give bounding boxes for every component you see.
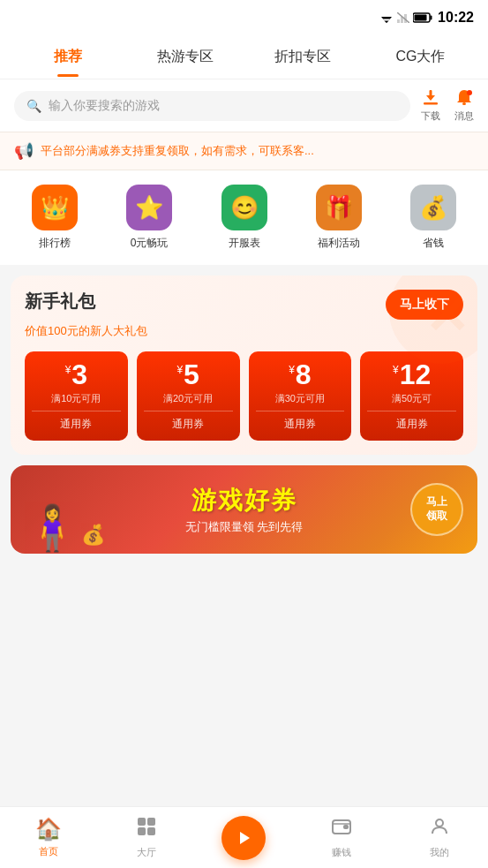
earn-label: 赚钱 (332, 846, 351, 859)
save-money-label: 省钱 (423, 236, 444, 251)
icon-welfare[interactable]: 🎁 福利活动 (291, 185, 386, 251)
svg-point-23 (436, 819, 443, 826)
search-placeholder: 输入你要搜索的游戏 (49, 98, 160, 114)
coupon-amount-4: ¥ 12 (393, 360, 431, 389)
gift-title: 新手礼包 (25, 290, 95, 313)
svg-point-14 (467, 90, 472, 95)
coupon-card-1[interactable]: ¥ 3 满10元可用 通用券 (25, 351, 128, 441)
coupon-amount-3: ¥ 8 (289, 360, 311, 389)
coupon-value-3: 8 (296, 360, 312, 389)
coupon-amount-1: ¥ 3 (65, 360, 87, 389)
coupon-card-2[interactable]: ¥ 5 满20元可用 通用券 (137, 351, 240, 441)
nav-earn[interactable]: 赚钱 (293, 809, 391, 866)
gift-section: ✕ 新手礼包 马上收下 价值100元的新人大礼包 ¥ 3 满10元可用 通用券 … (11, 275, 477, 455)
mine-icon (429, 816, 450, 842)
earn-icon (331, 816, 352, 842)
status-bar: 10:22 (0, 0, 488, 35)
nav-tabs: 推荐 热游专区 折扣专区 CG大作 (0, 35, 488, 79)
gift-claim-button[interactable]: 马上收下 (386, 290, 463, 320)
nav-play-center[interactable] (195, 816, 293, 860)
tab-hot[interactable]: 热游专区 (126, 37, 244, 77)
icon-leaderboard[interactable]: 👑 排行榜 (7, 185, 101, 251)
coupon-card-4[interactable]: ¥ 12 满50元可 通用券 (360, 351, 463, 441)
battery-icon (413, 12, 432, 23)
banner-subtitle: 无门槛限量领 先到先得 (185, 519, 304, 535)
coupon-divider-2 (144, 411, 233, 411)
gift-deco: ✕ (424, 284, 469, 346)
message-label: 消息 (454, 109, 474, 123)
tab-cg[interactable]: CG大作 (362, 37, 479, 77)
yuan-sign-1: ¥ (65, 364, 71, 376)
gift-header: 新手礼包 马上收下 (25, 290, 463, 320)
icon-save-money[interactable]: 💰 省钱 (387, 185, 481, 251)
coupon-condition-2: 满20元可用 (163, 392, 213, 405)
svg-rect-16 (147, 818, 155, 826)
coupon-type-3: 通用券 (284, 417, 316, 432)
coupon-divider-3 (256, 411, 345, 411)
welfare-label: 福利活动 (318, 236, 360, 251)
coupon-type-1: 通用券 (60, 417, 92, 432)
tab-recommended[interactable]: 推荐 (9, 37, 126, 77)
svg-marker-19 (240, 832, 250, 844)
save-money-icon-bg: 💰 (410, 185, 456, 230)
icon-server-list[interactable]: 😊 开服表 (197, 185, 291, 251)
svg-rect-3 (397, 19, 400, 23)
mine-label: 我的 (430, 846, 449, 859)
banner-claim-button[interactable]: 马上领取 (410, 483, 463, 536)
hall-label: 大厅 (137, 846, 156, 859)
download-label: 下载 (421, 109, 440, 123)
svg-rect-9 (415, 15, 427, 21)
server-list-icon-bg: 😊 (221, 185, 267, 230)
game-coupon-banner[interactable]: 🧍‍♀️ 💰 游戏好券 无门槛限量领 先到先得 马上领取 (11, 465, 477, 554)
icon-free-play[interactable]: ⭐ 0元畅玩 (101, 185, 196, 251)
leaderboard-icon-bg: 👑 (32, 185, 78, 230)
home-label: 首页 (39, 845, 58, 858)
tab-discount[interactable]: 折扣专区 (244, 37, 362, 77)
coupon-condition-4: 满50元可 (392, 392, 432, 405)
nav-home[interactable]: 🏠 首页 (0, 810, 98, 865)
coupon-value-4: 12 (400, 360, 432, 389)
banner-coins: 💰 (81, 524, 105, 547)
notice-bar: 📢 平台部分满减券支持重复领取，如有需求，可联系客... (0, 132, 488, 170)
coupon-card-3[interactable]: ¥ 8 满30元可用 通用券 (249, 351, 352, 441)
banner-claim-text: 马上领取 (426, 495, 447, 523)
svg-rect-13 (462, 102, 466, 105)
coupon-condition-1: 满10元可用 (51, 392, 101, 405)
hall-icon (136, 816, 157, 842)
icon-grid: 👑 排行榜 ⭐ 0元畅玩 😊 开服表 🎁 福利活动 💰 省钱 (0, 170, 488, 265)
message-button[interactable]: 消息 (454, 88, 474, 123)
svg-marker-2 (385, 21, 389, 24)
search-section: 🔍 输入你要搜索的游戏 下载 消息 (0, 79, 488, 132)
download-button[interactable]: 下载 (421, 88, 440, 123)
svg-rect-21 (343, 825, 349, 829)
play-icon (234, 828, 253, 848)
coupon-type-2: 通用券 (172, 417, 204, 432)
search-icon: 🔍 (26, 99, 41, 113)
gift-subtitle: 价值100元的新人大礼包 (25, 323, 463, 339)
svg-rect-12 (430, 90, 432, 97)
coupon-value-2: 5 (184, 360, 199, 389)
megaphone-icon: 📢 (14, 141, 34, 161)
coupon-divider-4 (367, 411, 456, 411)
svg-rect-17 (138, 827, 146, 835)
banner-figure: 🧍‍♀️ (25, 502, 79, 554)
svg-rect-15 (138, 818, 146, 826)
search-bar[interactable]: 🔍 输入你要搜索的游戏 (14, 91, 410, 121)
coupon-divider-1 (32, 411, 121, 411)
wallet-icon (331, 816, 352, 837)
nav-hall[interactable]: 大厅 (98, 809, 196, 866)
nav-mine[interactable]: 我的 (390, 809, 488, 866)
coupon-amount-2: ¥ 5 (176, 360, 199, 389)
free-play-icon-bg: ⭐ (126, 185, 172, 230)
bottom-nav: 🏠 首页 大厅 赚钱 (0, 806, 488, 868)
yuan-sign-3: ¥ (289, 364, 295, 376)
signal-icon (397, 12, 409, 23)
banner-content: 游戏好券 无门槛限量领 先到先得 (185, 484, 304, 535)
coupon-row: ¥ 3 满10元可用 通用券 ¥ 5 满20元可用 通用券 ¥ 8 满30元可用… (25, 351, 463, 441)
download-icon (421, 88, 440, 108)
profile-icon (429, 816, 450, 837)
free-play-label: 0元畅玩 (131, 236, 169, 251)
svg-rect-18 (147, 827, 155, 835)
coupon-value-1: 3 (71, 360, 87, 389)
notice-text: 平台部分满减券支持重复领取，如有需求，可联系客... (41, 143, 314, 159)
